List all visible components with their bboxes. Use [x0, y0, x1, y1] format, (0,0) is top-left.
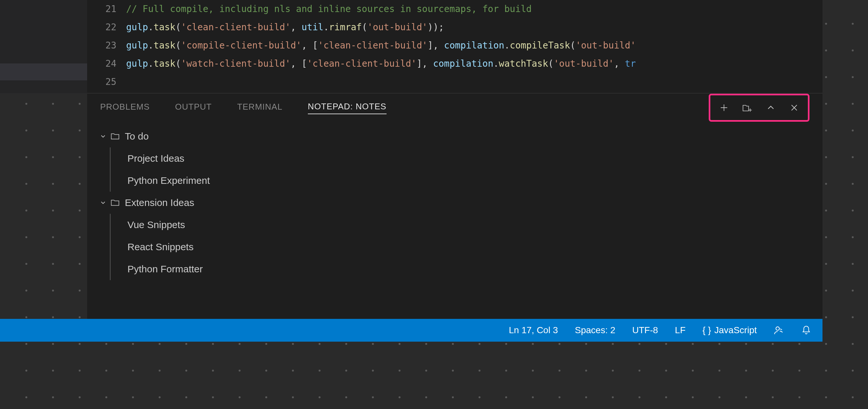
close-panel-button[interactable]	[789, 103, 799, 113]
tree-folder[interactable]: Extension Ideas	[97, 192, 813, 214]
chevron-down-icon	[99, 132, 107, 141]
line-number: 26	[87, 91, 116, 93]
status-cursor-position[interactable]: Ln 17, Col 3	[509, 325, 558, 335]
panel-tab-bar: PROBLEMS OUTPUT TERMINAL NOTEPAD: NOTES	[87, 93, 823, 122]
code-line[interactable]: gulp.task('compile-client-build', ['clea…	[126, 36, 823, 55]
svg-point-0	[776, 327, 780, 330]
feedback-icon[interactable]	[774, 325, 784, 335]
braces-icon: { }	[703, 325, 711, 335]
notifications-icon[interactable]	[801, 325, 811, 335]
line-number: 24	[87, 55, 116, 73]
status-language-mode[interactable]: { } JavaScript	[703, 325, 757, 335]
code-editor[interactable]: 212223242526 // Full compile, including …	[87, 0, 823, 93]
line-number-gutter: 212223242526	[87, 0, 126, 93]
notepad-tree: To doProject IdeasPython Experiment Exte…	[87, 122, 823, 319]
tree-folder[interactable]: To do	[97, 125, 813, 147]
status-language-label: JavaScript	[714, 325, 757, 335]
maximize-panel-button[interactable]	[766, 103, 776, 113]
chevron-down-icon	[99, 199, 107, 207]
code-line[interactable]: gulp.task('watch-client-build', ['clean-…	[126, 55, 823, 73]
activity-sidebar	[0, 0, 87, 93]
code-line[interactable]: // Default	[126, 91, 823, 93]
code-line[interactable]: gulp.task('clean-client-build', util.rim…	[126, 18, 823, 36]
panel-tab-notepad-notes[interactable]: NOTEPAD: NOTES	[308, 101, 386, 114]
tree-folder-label: To do	[125, 131, 149, 142]
tree-note-item[interactable]: Python Experiment	[110, 170, 813, 192]
tree-folder-label: Extension Ideas	[125, 197, 194, 208]
tree-note-item[interactable]: Project Ideas	[110, 147, 813, 170]
status-eol[interactable]: LF	[675, 325, 686, 335]
new-folder-button[interactable]	[742, 103, 752, 113]
line-number: 21	[87, 0, 116, 18]
folder-icon	[111, 198, 120, 207]
panel-actions-highlighted	[709, 94, 809, 122]
status-encoding[interactable]: UTF-8	[632, 325, 658, 335]
tree-note-item[interactable]: Python Formatter	[110, 258, 813, 280]
status-bar: Ln 17, Col 3 Spaces: 2 UTF-8 LF { } Java…	[0, 319, 823, 342]
line-number: 22	[87, 18, 116, 36]
panel-tab-problems[interactable]: PROBLEMS	[100, 102, 150, 114]
tree-note-item[interactable]: React Snippets	[110, 236, 813, 258]
bottom-panel: PROBLEMS OUTPUT TERMINAL NOTEPAD: NOTES	[87, 93, 823, 319]
tree-note-item[interactable]: Vue Snippets	[110, 214, 813, 236]
editor-area: 212223242526 // Full compile, including …	[0, 0, 823, 93]
status-indentation[interactable]: Spaces: 2	[575, 325, 615, 335]
panel-tab-output[interactable]: OUTPUT	[175, 102, 212, 114]
sidebar-selected-item[interactable]	[0, 63, 87, 80]
line-number: 23	[87, 36, 116, 55]
code-content[interactable]: // Full compile, including nls and inlin…	[126, 0, 823, 93]
new-note-button[interactable]	[719, 103, 729, 113]
folder-icon	[111, 132, 120, 141]
code-line[interactable]: // Full compile, including nls and inlin…	[126, 0, 823, 18]
line-number: 25	[87, 73, 116, 91]
panel-tab-terminal[interactable]: TERMINAL	[237, 102, 282, 114]
code-line[interactable]	[126, 73, 823, 91]
